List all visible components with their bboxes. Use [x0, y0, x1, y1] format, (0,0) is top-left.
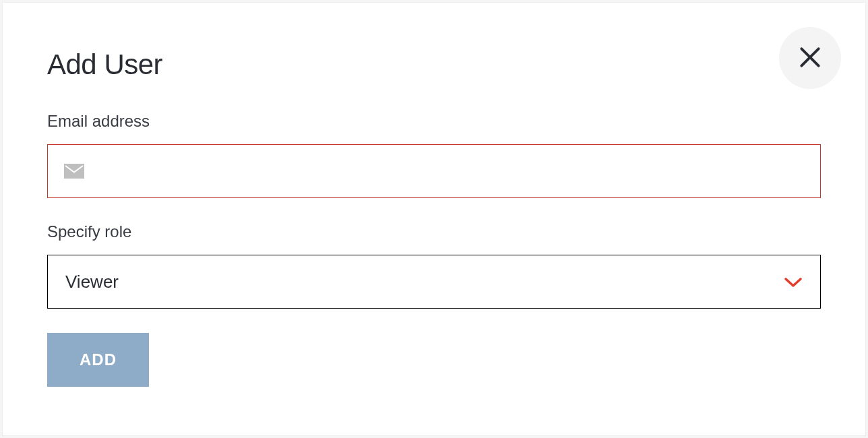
envelope-icon — [64, 164, 84, 179]
svg-rect-2 — [64, 164, 84, 179]
role-field-group: Specify role Viewer — [47, 222, 821, 309]
email-field-group: Email address — [47, 112, 821, 198]
close-button[interactable] — [779, 27, 841, 89]
add-button[interactable]: ADD — [47, 333, 149, 387]
add-user-modal: Add User Email address Specify role — [2, 2, 866, 436]
role-selected-value: Viewer — [65, 272, 784, 292]
close-icon — [797, 44, 823, 72]
email-label: Email address — [47, 112, 821, 131]
email-input[interactable] — [95, 145, 804, 197]
email-input-wrap — [47, 144, 821, 198]
role-label: Specify role — [47, 222, 821, 241]
chevron-down-icon — [784, 276, 803, 288]
role-select[interactable]: Viewer — [47, 255, 821, 309]
modal-title: Add User — [47, 49, 821, 81]
